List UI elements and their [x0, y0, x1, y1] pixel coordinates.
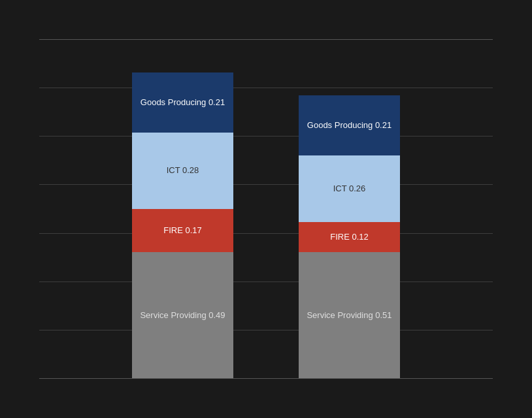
- segment-ict2: ICT 0.26: [299, 155, 400, 222]
- segment-fire1: FIRE 0.17: [132, 209, 233, 252]
- label-fire2: FIRE 0.12: [327, 230, 371, 244]
- label-ict1: ICT 0.28: [164, 163, 202, 178]
- segment-fire2: FIRE 0.12: [299, 222, 400, 252]
- chart-container: Goods Producing 0.21ICT 0.28FIRE 0.17Ser…: [0, 0, 532, 418]
- segment-goods2: Goods Producing 0.21: [299, 95, 400, 155]
- chart-area: Goods Producing 0.21ICT 0.28FIRE 0.17Ser…: [39, 39, 493, 379]
- bar-1: Goods Producing 0.21ICT 0.28FIRE 0.17Ser…: [132, 72, 233, 379]
- bottom-axis-line: [39, 378, 493, 379]
- segment-service1: Service Providing 0.49: [132, 252, 233, 379]
- label-service1: Service Providing 0.49: [137, 308, 227, 323]
- label-fire1: FIRE 0.17: [161, 223, 205, 238]
- bar-group-2: Goods Producing 0.21ICT 0.26FIRE 0.12Ser…: [299, 95, 400, 379]
- segment-goods1: Goods Producing 0.21: [132, 72, 233, 133]
- label-goods1: Goods Producing 0.21: [138, 95, 227, 110]
- label-service2: Service Providing 0.51: [304, 308, 394, 323]
- label-ict2: ICT 0.26: [331, 182, 369, 196]
- bar-2: Goods Producing 0.21ICT 0.26FIRE 0.12Ser…: [299, 95, 400, 379]
- bars-container: Goods Producing 0.21ICT 0.28FIRE 0.17Ser…: [39, 39, 493, 379]
- segment-service2: Service Providing 0.51: [299, 252, 400, 379]
- segment-ict1: ICT 0.28: [132, 133, 233, 209]
- label-goods2: Goods Producing 0.21: [305, 118, 394, 133]
- bar-group-1: Goods Producing 0.21ICT 0.28FIRE 0.17Ser…: [132, 72, 233, 379]
